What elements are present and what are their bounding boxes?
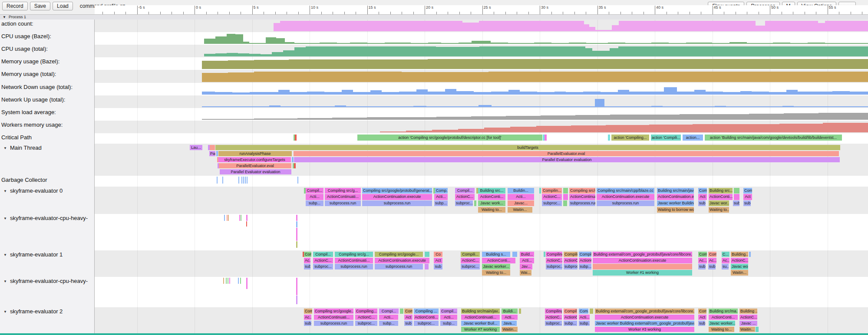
event-tick[interactable] (241, 215, 241, 221)
trace-block[interactable]: Acti... (508, 194, 534, 200)
trace-block[interactable]: ActionConti... (709, 194, 733, 200)
trace-block[interactable]: Acti... (379, 315, 398, 320)
trace-block[interactable]: Act (404, 315, 413, 320)
trace-block[interactable] (425, 264, 429, 269)
track-label-main-thread[interactable]: ▼Main Thread (3, 145, 42, 151)
trace-block[interactable]: Waiting to... (709, 327, 734, 332)
trace-block[interactable]: Compiling... (545, 309, 562, 314)
trace-block[interactable]: Compil... (313, 252, 333, 257)
trace-block[interactable]: Acti... (440, 315, 457, 320)
trace-block[interactable]: ActionContinuation.execute (362, 194, 432, 200)
trace-block[interactable]: ActionConti... (478, 194, 505, 200)
trace-block[interactable] (210, 145, 215, 151)
trace-block[interactable] (749, 252, 751, 257)
trace-block[interactable]: Compil... (306, 188, 323, 194)
trace-block[interactable]: Building src/main/jav... (461, 309, 500, 314)
trace-block[interactable]: subp... (379, 321, 398, 326)
trace-block[interactable] (756, 327, 759, 332)
trace-block[interactable]: sub (304, 321, 311, 326)
event-tick[interactable] (296, 228, 297, 241)
trace-block[interactable]: Javac worker Building external/com_googl… (595, 321, 694, 326)
trace-block[interactable]: Parallel Evaluator evaluation (220, 169, 291, 175)
trace-block[interactable] (474, 200, 476, 206)
trace-block[interactable]: Com (743, 188, 752, 194)
trace-block[interactable]: Javac... (508, 200, 534, 206)
save-button[interactable]: Save (30, 2, 50, 10)
trace-block[interactable]: Building src... (709, 188, 733, 194)
trace-block[interactable]: Javac worker Buil... (461, 321, 500, 326)
trace-block[interactable]: subp... (434, 200, 448, 206)
track-label-skyframe-evaluator-2[interactable]: ▼skyframe-evaluator 2 (3, 308, 63, 315)
trace-block[interactable]: Compiling src/g... (325, 188, 361, 194)
record-button[interactable]: Record (2, 2, 28, 10)
trace-block[interactable]: Javac worker Building s... (657, 200, 694, 206)
event-tick[interactable] (246, 221, 247, 227)
trace-block[interactable] (544, 252, 545, 257)
event-tick[interactable] (296, 296, 297, 304)
trace-block[interactable]: subprocess.run (375, 264, 423, 269)
trace-block[interactable]: Java... (502, 321, 517, 326)
trace-block[interactable]: Building ... (739, 309, 757, 314)
trace-block[interactable]: ActionC... (542, 194, 562, 200)
trace-block[interactable]: subp... (579, 264, 591, 269)
trace-block[interactable]: Com (404, 309, 413, 314)
trace-block[interactable]: ActionContinuati... (461, 315, 500, 320)
trace-block[interactable]: Building external/com_google_protobuf/ja… (595, 309, 694, 314)
trace-block[interactable]: ParallelEvaluator.eval (294, 151, 839, 157)
event-tick[interactable] (239, 215, 240, 221)
trace-block[interactable]: Ac... (304, 315, 311, 320)
trace-block[interactable]: Waiting to... (482, 270, 510, 276)
event-tick[interactable] (246, 278, 248, 289)
trace-block[interactable]: Compiling ... (414, 309, 439, 314)
trace-block[interactable] (402, 309, 403, 314)
track-label-skyframe-evaluator-1[interactable]: ▼skyframe-evaluator 1 (3, 251, 63, 258)
trace-block[interactable]: Compil... (579, 252, 591, 257)
trace-block[interactable]: sub (733, 200, 739, 206)
trace-block[interactable]: Ac... (698, 258, 707, 263)
trace-block[interactable]: Acti... (502, 315, 518, 320)
trace-block[interactable]: subprocess.run (597, 200, 654, 206)
trace-block[interactable]: Acti... (434, 194, 448, 200)
event-tick[interactable] (296, 278, 297, 295)
trace-block[interactable]: ActionContinuati... (569, 194, 595, 200)
trace-block[interactable]: Par (209, 151, 215, 157)
trace-block[interactable]: subproc... (461, 264, 480, 269)
trace-block[interactable]: ActionContinuation.execute (597, 194, 654, 200)
trace-block[interactable] (590, 309, 593, 314)
trace-block[interactable]: ActionConti... (482, 258, 515, 263)
trace-block[interactable]: sub (404, 321, 413, 326)
trace-block[interactable] (608, 135, 610, 141)
trace-block[interactable]: sub (708, 264, 716, 269)
trace-block[interactable]: Compilin... (542, 188, 562, 194)
trace-block[interactable] (545, 135, 547, 141)
track-label-skyframe-evaluator-0[interactable]: ▼skyframe-evaluator 0 (3, 187, 63, 194)
trace-block[interactable]: Acti... (306, 194, 323, 200)
trace-block[interactable]: sub (434, 264, 442, 269)
trace-block[interactable] (512, 252, 517, 257)
trace-block[interactable]: Building src/ma... (709, 309, 738, 314)
trace-block[interactable]: action 'Building src/main/java/com/googl… (705, 135, 842, 141)
event-tick[interactable] (296, 221, 297, 227)
trace-block[interactable] (563, 200, 567, 206)
trace-block[interactable]: Act (698, 194, 707, 200)
trace-block[interactable]: sub (698, 200, 706, 206)
trace-block[interactable]: Waitin... (502, 327, 518, 332)
trace-block[interactable] (292, 157, 294, 163)
event-tick[interactable] (224, 215, 225, 221)
event-tick[interactable] (246, 215, 248, 221)
trace-block[interactable]: action... (683, 135, 703, 141)
trace-block[interactable]: sub (743, 200, 751, 206)
trace-block[interactable]: sub (698, 321, 705, 326)
trace-block[interactable]: Javac worker... (482, 264, 510, 269)
trace-block[interactable]: Com (304, 309, 312, 314)
trace-block[interactable]: subproc... (564, 264, 578, 269)
trace-block[interactable]: ActionC... (461, 258, 480, 263)
trace-block[interactable]: action 'Compili... (651, 135, 681, 141)
trace-block[interactable]: Javac ... (739, 321, 757, 326)
trace-block[interactable] (734, 188, 739, 194)
trace-block[interactable]: Co (434, 252, 442, 257)
event-tick[interactable] (226, 278, 227, 284)
trace-block[interactable]: Compi... (379, 309, 399, 314)
trace-block[interactable]: Waiting to... (478, 207, 505, 213)
event-tick[interactable] (228, 278, 228, 284)
